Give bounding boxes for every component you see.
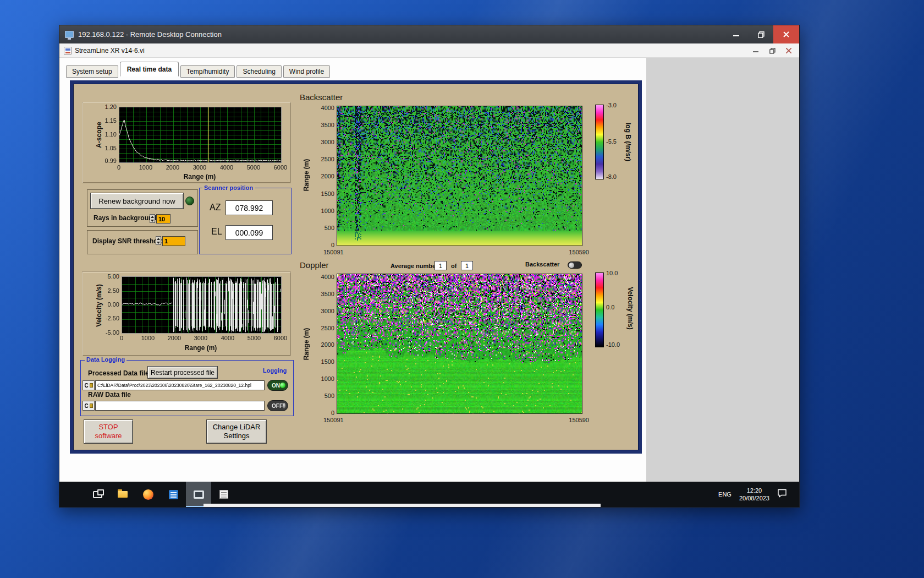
app-blue-button[interactable] (161, 482, 186, 507)
app-restore-button[interactable] (764, 45, 780, 57)
ascope-xtick: 3000 (190, 164, 209, 171)
firefox-button[interactable] (135, 482, 161, 507)
scanner-position-title: Scanner position (202, 184, 255, 191)
tab-real-time-data[interactable]: Real time data (120, 62, 179, 77)
rdp-titlebar[interactable]: 192.168.0.122 - Remote Desktop Connectio… (59, 25, 799, 43)
ascope-ytick: 1.10 (101, 131, 117, 138)
backscatter-heatmap (337, 106, 582, 246)
doppler-ytick: 3000 (315, 308, 334, 314)
ascope-xtick: 0 (109, 164, 128, 171)
backscatter-ytick: 1000 (315, 208, 334, 214)
doppler-colorbar-tick: -10.0 (606, 341, 627, 348)
notification-icon[interactable] (777, 489, 787, 500)
doppler-colorbar (595, 272, 604, 347)
file-explorer-icon (118, 491, 128, 498)
doppler-ytick: 1000 (315, 375, 334, 382)
data-logging-title: Data Logging (85, 356, 127, 363)
streamline-app-icon (194, 490, 204, 499)
tab-system-setup[interactable]: System setup (66, 65, 118, 78)
app-minimize-button[interactable] (747, 45, 764, 57)
doppler-xtick-left: 150091 (323, 417, 352, 423)
processed-logging-toggle[interactable]: ON (267, 380, 288, 391)
firefox-icon (143, 489, 153, 500)
tab-temp-humidity[interactable]: Temp/humidity (180, 65, 235, 78)
velocity-ytick: 5.00 (99, 273, 119, 280)
change-lidar-settings-button[interactable]: Change LiDARSettings (206, 419, 267, 444)
velocity-xtick: 0 (112, 335, 131, 341)
rdp-close-button[interactable] (773, 25, 799, 43)
ascope-ytick: 1.15 (101, 117, 117, 124)
stop-software-button[interactable]: STOPsoftware (84, 419, 133, 444)
tab-wind-profile[interactable]: Wind profile (283, 65, 330, 78)
rays-value-field[interactable]: 10 (156, 214, 170, 223)
velocity-ytick: 0.00 (99, 301, 119, 308)
backscatter-ytick: 2000 (315, 173, 334, 179)
clock[interactable]: 12:20 20/08/2023 (739, 487, 769, 502)
app-titlebar[interactable]: StreamLine XR v14-6.vi (59, 43, 799, 58)
rays-spinner[interactable] (150, 214, 155, 223)
clock-time: 12:20 (739, 487, 769, 494)
doppler-ylabel: Range (m) (302, 319, 310, 369)
rdp-minimize-button[interactable] (724, 25, 749, 43)
velocity-xtick: 1000 (139, 335, 157, 341)
rays-in-background-label: Rays in background (94, 214, 157, 222)
average-number-field[interactable]: 1 (435, 261, 447, 270)
velocity-graph: Velocity (m/s) 5.00 2.50 0.00 -2.50 -5.0… (82, 272, 290, 356)
scanner-position-groupbox (199, 188, 292, 254)
snr-spinner[interactable] (156, 236, 161, 245)
az-value: 078.992 (226, 200, 273, 215)
velocity-xtick: 6000 (271, 335, 290, 341)
processed-path-browse-button[interactable]: C (82, 380, 95, 390)
backscatter-xtick-left: 150091 (323, 249, 352, 255)
backscatter-colorbar (595, 105, 604, 179)
rdp-restore-button[interactable] (749, 25, 773, 43)
velocity-xlabel: Range (m) (179, 344, 223, 352)
backscatter-colorbar-tick: -3.0 (606, 102, 625, 108)
backscatter-ylabel: Range (m) (302, 150, 310, 200)
velocity-xtick: 5000 (245, 335, 263, 341)
renew-background-button[interactable]: Renew background now (90, 193, 184, 209)
scan-scheduler-icon (219, 490, 228, 499)
logging-label: Logging (263, 367, 287, 374)
rdp-window: 192.168.0.122 - Remote Desktop Connectio… (59, 25, 800, 508)
raw-path-field[interactable] (95, 401, 265, 411)
app-close-button[interactable] (780, 45, 797, 57)
ascope-graph: A-scope 1.20 1.15 1.10 1.05 0.99 0 1000 … (82, 102, 290, 183)
task-view-button[interactable] (85, 482, 110, 507)
ascope-xtick: 5000 (244, 164, 263, 171)
doppler-ytick: 0 (315, 410, 334, 416)
backscatter-ytick: 3000 (315, 139, 334, 145)
backscatter-ytick: 0 (315, 242, 334, 248)
file-explorer-button[interactable] (110, 482, 135, 507)
tab-scheduling[interactable]: Scheduling (237, 65, 281, 78)
language-indicator[interactable]: ENG (718, 491, 732, 498)
velocity-ytick: -2.50 (99, 315, 119, 321)
doppler-ytick: 3500 (315, 291, 334, 297)
taskbar-handle[interactable] (204, 504, 601, 507)
doppler-colorbar-tick: 10.0 (606, 270, 627, 276)
restart-processed-file-button[interactable]: Restart processed file (147, 366, 218, 379)
snr-value-field[interactable]: 1 (162, 236, 185, 246)
backscatter-toggle[interactable] (568, 261, 582, 269)
doppler-ytick: 2500 (315, 325, 334, 331)
ascope-ytick: 1.20 (101, 103, 117, 110)
velocity-plot (122, 276, 282, 334)
of-label: of (451, 263, 457, 269)
processed-path-field[interactable]: C:\LiDAR\Data\Proc\2023\202308\20230820\… (95, 380, 265, 390)
backscatter-ytick: 4000 (315, 105, 334, 111)
of-total-field[interactable]: 1 (461, 261, 473, 270)
app-window: StreamLine XR v14-6.vi (59, 43, 799, 482)
tab-strip: System setup Real time data Temp/humidit… (66, 60, 332, 77)
backscatter-colorbar-label: log B (/m/sr) (624, 117, 632, 167)
doppler-colorbar-label: Velocity (m/s) (626, 283, 634, 333)
raw-logging-toggle[interactable]: OFF (267, 400, 288, 411)
backscatter-colorbar-tick: -5.5 (606, 138, 625, 145)
ascope-plot[interactable] (119, 107, 282, 163)
raw-data-file-label: RAW Data file (88, 391, 131, 399)
doppler-heatmap (337, 274, 582, 414)
rdp-title: 192.168.0.122 - Remote Desktop Connectio… (78, 30, 222, 39)
backscatter-title: Backscatter (300, 92, 343, 102)
velocity-xtick: 2000 (165, 335, 184, 341)
raw-path-browse-button[interactable]: C (82, 401, 95, 411)
ascope-ytick: 0.99 (101, 157, 117, 164)
